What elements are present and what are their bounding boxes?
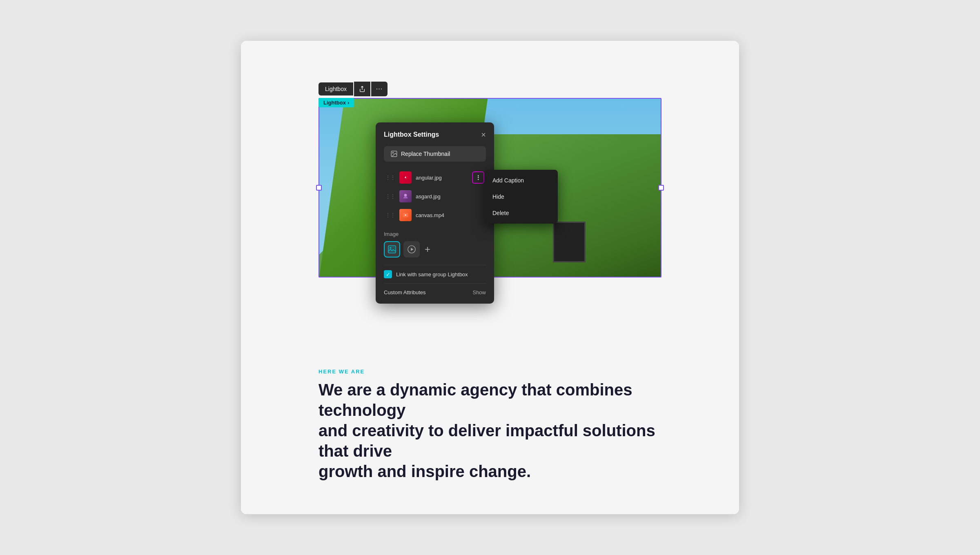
badge-chevron: › xyxy=(347,100,349,106)
checkbox-label: Link with same group Lightbox xyxy=(396,271,468,278)
selection-handle-right[interactable] xyxy=(658,185,664,191)
file-list: ⋮⋮ angular.jpg ⋮ ⋮⋮ xyxy=(384,169,486,224)
file-item[interactable]: ⋮⋮ asgard.jpg xyxy=(384,188,486,205)
heading-line3: growth and inspire change. xyxy=(318,462,531,480)
delete-label: Delete xyxy=(492,210,509,216)
add-caption-label: Add Caption xyxy=(492,177,524,184)
svg-point-2 xyxy=(392,152,393,153)
toolbar: Lightbox ··· xyxy=(318,82,388,96)
angular-logo xyxy=(402,174,409,181)
browser-window: Lightbox ··· Lightbox › Lightbox Setting… xyxy=(241,41,739,514)
asgard-logo xyxy=(402,193,409,200)
badge-label: Lightbox xyxy=(323,100,346,106)
file-name-asgard: asgard.jpg xyxy=(416,193,484,200)
replace-thumbnail-label: Replace Thumbnail xyxy=(401,151,450,157)
svg-point-6 xyxy=(404,194,407,197)
context-menu-item-hide[interactable]: Hide xyxy=(484,189,558,205)
image-section-label: Image xyxy=(384,231,486,237)
svg-point-11 xyxy=(390,247,392,249)
section-tag: HERE WE ARE xyxy=(318,369,686,375)
panel-header: Lightbox Settings × xyxy=(384,131,486,139)
file-thumbnail-angular xyxy=(399,171,412,184)
drag-handle-icon: ⋮⋮ xyxy=(385,212,395,218)
close-panel-button[interactable]: × xyxy=(481,131,486,139)
image-type-button[interactable] xyxy=(384,241,400,258)
selection-handle-left[interactable] xyxy=(316,185,322,191)
video-type-button[interactable] xyxy=(403,241,420,258)
video-icon xyxy=(407,245,416,254)
settings-panel: Lightbox Settings × Replace Thumbnail ⋮⋮ xyxy=(376,122,494,304)
file-item[interactable]: ⋮⋮ canvas.mp4 xyxy=(384,206,486,224)
custom-attributes-row: Custom Attributes Show xyxy=(384,289,486,295)
custom-attrs-label: Custom Attributes xyxy=(384,289,426,295)
context-menu-item-delete[interactable]: Delete xyxy=(484,205,558,221)
building-window xyxy=(553,222,586,262)
heading-line1: We are a dynamic agency that combines te… xyxy=(318,381,632,419)
checkbox-row: ✓ Link with same group Lightbox xyxy=(384,265,486,284)
main-heading: We are a dynamic agency that combines te… xyxy=(318,380,686,482)
context-menu-item-add-caption[interactable]: Add Caption xyxy=(484,172,558,189)
toolbar-label: Lightbox xyxy=(318,82,353,95)
file-more-button-angular[interactable]: ⋮ xyxy=(472,171,484,184)
replace-thumbnail-icon xyxy=(390,150,398,158)
heading-line2: and creativity to deliver impactful solu… xyxy=(318,422,655,460)
lightbox-badge: Lightbox › xyxy=(318,98,354,107)
file-name-angular: angular.jpg xyxy=(416,175,468,181)
file-thumbnail-asgard xyxy=(399,190,412,202)
file-item[interactable]: ⋮⋮ angular.jpg ⋮ xyxy=(384,169,486,186)
canvas-logo xyxy=(402,212,409,218)
share-button[interactable] xyxy=(354,82,370,96)
more-options-button[interactable]: ··· xyxy=(371,82,388,96)
add-type-button[interactable]: + xyxy=(425,244,430,255)
image-icon xyxy=(388,245,396,254)
file-thumbnail-canvas xyxy=(399,209,412,221)
file-name-canvas: canvas.mp4 xyxy=(416,212,484,218)
drag-handle-icon: ⋮⋮ xyxy=(385,175,395,180)
svg-marker-13 xyxy=(411,248,413,251)
share-icon xyxy=(359,85,365,93)
image-types-row: + xyxy=(384,241,486,258)
content-area: Lightbox ··· Lightbox › Lightbox Setting… xyxy=(241,41,739,514)
hide-label: Hide xyxy=(492,193,504,200)
checkbox-icon[interactable]: ✓ xyxy=(384,270,392,278)
replace-thumbnail-button[interactable]: Replace Thumbnail xyxy=(384,146,486,162)
context-menu: Add Caption Hide Delete xyxy=(484,170,558,224)
svg-rect-9 xyxy=(388,246,396,253)
drag-handle-icon: ⋮⋮ xyxy=(385,193,395,199)
bottom-content: HERE WE ARE We are a dynamic agency that… xyxy=(318,369,686,482)
panel-title: Lightbox Settings xyxy=(384,131,439,138)
show-custom-attrs-button[interactable]: Show xyxy=(472,289,486,295)
add-icon: + xyxy=(425,244,430,255)
more-dots-icon: ··· xyxy=(376,85,383,93)
